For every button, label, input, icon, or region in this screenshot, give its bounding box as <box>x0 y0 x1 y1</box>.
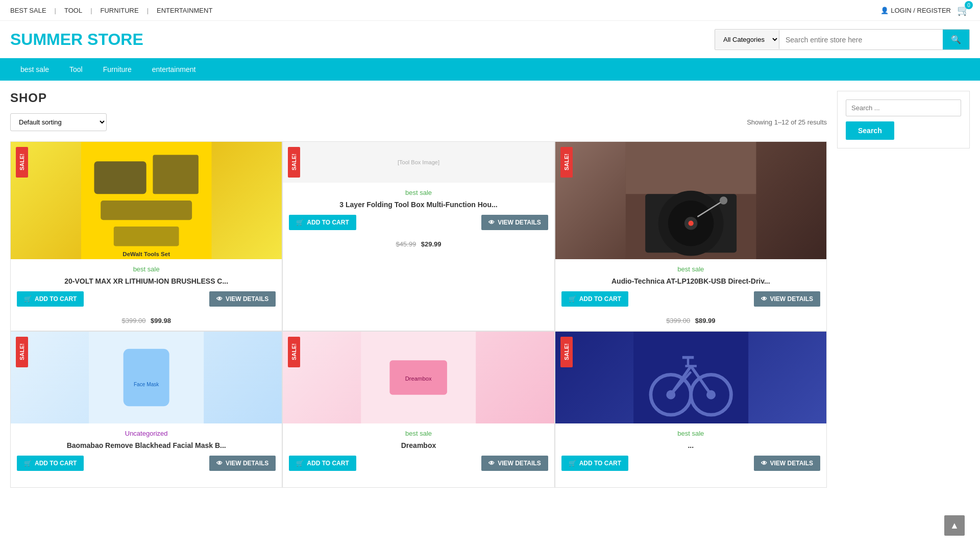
search-bar: All Categories Best Sale Tool Furniture … <box>715 29 970 50</box>
login-register-link[interactable]: 👤 LOGIN / REGISTER <box>880 7 951 14</box>
product-image: Face Mask <box>11 332 282 423</box>
nav-furniture[interactable]: Furniture <box>93 58 142 81</box>
product-card: SALE! <box>555 141 827 331</box>
search-icon: 🔍 <box>951 35 961 44</box>
view-details-button[interactable]: 👁 VIEW DETAILS <box>209 456 276 471</box>
view-details-button[interactable]: 👁 VIEW DETAILS <box>209 291 276 307</box>
view-details-label: VIEW DETAILS <box>226 460 268 467</box>
products-grid: SALE! DeWalt Tools Set best sale 20-VOLT… <box>10 141 827 488</box>
nav-tool[interactable]: Tool <box>59 58 93 81</box>
svg-rect-2 <box>153 155 198 194</box>
product-title: 3 Layer Folding Tool Box Multi-Function … <box>283 198 554 215</box>
product-card: SALE! <box>555 331 827 488</box>
product-actions: 🛒 ADD TO CART 👁 VIEW DETAILS <box>555 456 826 477</box>
product-title: Dreambox <box>283 439 554 456</box>
svg-point-14 <box>720 196 727 204</box>
add-to-cart-button[interactable]: 🛒 ADD TO CART <box>289 456 356 471</box>
product-price: $399.00 $99.98 <box>11 313 282 331</box>
price-new: $89.99 <box>695 317 716 324</box>
product-category: best sale <box>555 259 826 275</box>
product-actions: 🛒 ADD TO CART 👁 VIEW DETAILS <box>11 456 282 477</box>
header: SUMMER STORE All Categories Best Sale To… <box>0 21 980 58</box>
topnav-entertainment[interactable]: ENTERTAINMENT <box>157 7 212 14</box>
product-category: Uncategorized <box>11 423 282 439</box>
svg-rect-16 <box>124 349 169 407</box>
sidebar-search-box: Search <box>837 91 970 148</box>
add-to-cart-label: ADD TO CART <box>307 460 349 467</box>
sidebar: Search <box>837 91 970 488</box>
add-to-cart-button[interactable]: 🛒 ADD TO CART <box>561 456 628 471</box>
cart-count: 0 <box>965 1 973 9</box>
shop-toolbar: Default sorting Sort by popularity Sort … <box>10 113 827 131</box>
nav-entertainment[interactable]: entertainment <box>142 58 206 81</box>
sale-badge: SALE! <box>16 337 28 367</box>
add-to-cart-label: ADD TO CART <box>579 460 621 467</box>
product-image <box>555 332 826 423</box>
view-details-label: VIEW DETAILS <box>770 295 813 303</box>
add-to-cart-button[interactable]: 🛒 ADD TO CART <box>289 215 356 230</box>
top-bar: BEST SALE | TOOL | FURNITURE | ENTERTAIN… <box>0 0 980 21</box>
view-details-label: VIEW DETAILS <box>498 219 541 226</box>
price-old: $399.00 <box>666 317 690 324</box>
product-title: ... <box>555 439 826 456</box>
view-details-label: VIEW DETAILS <box>226 295 268 303</box>
product-image: [Tool Box Image] <box>283 142 554 183</box>
add-to-cart-button[interactable]: 🛒 ADD TO CART <box>17 456 84 471</box>
topnav-furniture[interactable]: FURNITURE <box>101 7 139 14</box>
sidebar-search-label: Search <box>858 127 882 135</box>
add-to-cart-label: ADD TO CART <box>307 219 349 226</box>
eye-icon: 👁 <box>488 219 495 226</box>
cart-icon-wrap[interactable]: 🛒 0 <box>957 4 970 16</box>
product-card: SALE! Face Mask Uncategorized Baomabao R… <box>10 331 282 488</box>
product-card: SALE! [Tool Box Image] best sale 3 Layer… <box>282 141 554 331</box>
view-details-button[interactable]: 👁 VIEW DETAILS <box>754 291 820 307</box>
product-category: best sale <box>283 423 554 439</box>
svg-rect-21 <box>633 332 748 423</box>
sale-badge: SALE! <box>16 147 28 178</box>
cart-add-icon: 🛒 <box>24 460 32 467</box>
product-actions: 🛒 ADD TO CART 👁 VIEW DETAILS <box>283 215 554 236</box>
svg-rect-3 <box>101 201 192 220</box>
product-actions: 🛒 ADD TO CART 👁 VIEW DETAILS <box>555 291 826 313</box>
svg-rect-1 <box>94 161 146 194</box>
product-price: $399.00 $89.99 <box>555 313 826 331</box>
user-icon: 👤 <box>880 7 889 14</box>
eye-icon: 👁 <box>216 460 223 467</box>
product-category: best sale <box>555 423 826 439</box>
product-price: $45.99 $29.99 <box>283 236 554 254</box>
main-nav: best sale Tool Furniture entertainment <box>0 58 980 81</box>
login-label: LOGIN / REGISTER <box>891 7 951 14</box>
nav-best-sale[interactable]: best sale <box>10 58 59 81</box>
product-category: best sale <box>283 183 554 198</box>
sidebar-search-input[interactable] <box>846 99 961 116</box>
svg-text:DeWalt Tools Set: DeWalt Tools Set <box>122 251 170 257</box>
site-logo[interactable]: SUMMER STORE <box>10 30 143 49</box>
price-new: $29.99 <box>421 240 442 248</box>
price-old: $45.99 <box>396 240 416 248</box>
sale-badge: SALE! <box>560 337 573 367</box>
product-image <box>555 142 826 259</box>
results-count: Showing 1–12 of 25 results <box>747 118 827 126</box>
add-to-cart-button[interactable]: 🛒 ADD TO CART <box>561 291 628 307</box>
topnav-best-sale[interactable]: BEST SALE <box>10 7 46 14</box>
add-to-cart-label: ADD TO CART <box>579 295 621 303</box>
search-input[interactable] <box>779 31 943 49</box>
page-content: SHOP Default sorting Sort by popularity … <box>0 81 980 498</box>
eye-icon: 👁 <box>216 295 223 303</box>
sort-select[interactable]: Default sorting Sort by popularity Sort … <box>10 113 107 131</box>
eye-icon: 👁 <box>761 295 767 303</box>
category-select[interactable]: All Categories Best Sale Tool Furniture … <box>715 30 779 49</box>
sidebar-search-button[interactable]: Search <box>846 121 894 140</box>
topnav-tool[interactable]: TOOL <box>64 7 82 14</box>
product-card: SALE! DeWalt Tools Set best sale 20-VOLT… <box>10 141 282 331</box>
search-button[interactable]: 🔍 <box>943 30 969 49</box>
eye-icon: 👁 <box>488 460 495 467</box>
svg-point-30 <box>666 390 675 399</box>
view-details-button[interactable]: 👁 VIEW DETAILS <box>754 456 820 471</box>
sale-badge: SALE! <box>288 337 300 367</box>
add-to-cart-button[interactable]: 🛒 ADD TO CART <box>17 291 84 307</box>
eye-icon: 👁 <box>761 460 767 467</box>
view-details-button[interactable]: 👁 VIEW DETAILS <box>481 215 548 230</box>
view-details-button[interactable]: 👁 VIEW DETAILS <box>481 456 548 471</box>
add-to-cart-label: ADD TO CART <box>35 295 77 303</box>
